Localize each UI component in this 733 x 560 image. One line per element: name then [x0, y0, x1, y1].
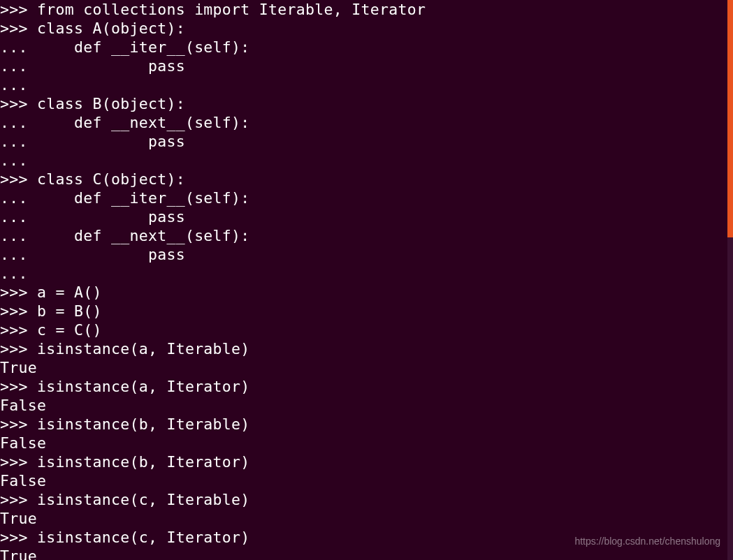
watermark-text: https://blog.csdn.net/chenshulong — [574, 532, 720, 551]
terminal-line: ... pass — [0, 57, 733, 75]
terminal-line: ... — [0, 151, 733, 170]
terminal-line: ... pass — [0, 132, 733, 151]
terminal-line: False — [0, 396, 733, 415]
terminal-line: True — [0, 509, 733, 528]
terminal-line: ... pass — [0, 245, 733, 264]
terminal-line: True — [0, 358, 733, 377]
scrollbar-track[interactable] — [727, 0, 733, 560]
terminal-line: >>> isinstance(b, Iterable) — [0, 415, 733, 434]
terminal-line: >>> isinstance(a, Iterable) — [0, 339, 733, 358]
terminal-output[interactable]: >>> from collections import Iterable, It… — [0, 0, 733, 560]
terminal-line: False — [0, 471, 733, 490]
terminal-line: ... pass — [0, 207, 733, 226]
terminal-line: False — [0, 434, 733, 452]
terminal-line: >>> a = A() — [0, 283, 733, 302]
terminal-line: >>> class B(object): — [0, 94, 733, 113]
terminal-line: >>> isinstance(b, Iterator) — [0, 452, 733, 471]
terminal-line: ... def __iter__(self): — [0, 189, 733, 207]
terminal-line: ... def __next__(self): — [0, 113, 733, 132]
scrollbar-thumb[interactable] — [727, 0, 733, 237]
terminal-line: >>> class A(object): — [0, 19, 733, 38]
terminal-line: >>> isinstance(c, Iterable) — [0, 490, 733, 509]
terminal-line: ... — [0, 75, 733, 94]
terminal-line: >>> c = C() — [0, 320, 733, 339]
terminal-line: >>> b = B() — [0, 302, 733, 320]
terminal-line: ... def __iter__(self): — [0, 38, 733, 57]
terminal-line: >>> from collections import Iterable, It… — [0, 0, 733, 19]
terminal-line: >>> class C(object): — [0, 170, 733, 189]
terminal-line: ... def __next__(self): — [0, 226, 733, 245]
terminal-line: >>> isinstance(a, Iterator) — [0, 377, 733, 396]
terminal-line: ... — [0, 264, 733, 283]
